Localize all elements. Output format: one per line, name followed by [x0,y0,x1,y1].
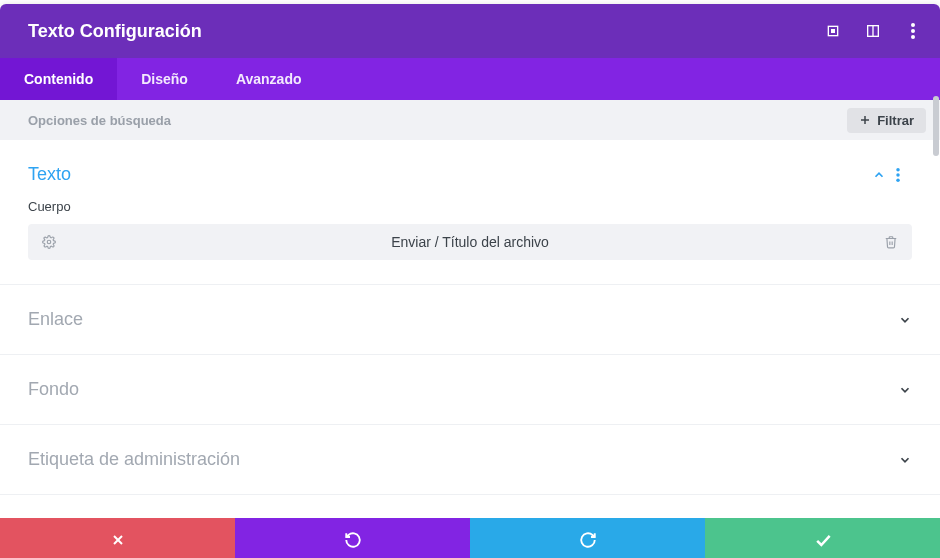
modal-header: Texto Configuración [0,4,940,58]
redo-button[interactable] [470,518,705,558]
filter-bar: Opciones de búsqueda Filtrar [0,100,940,140]
svg-point-9 [896,168,900,172]
portability-icon[interactable] [822,20,844,42]
section-title: Enlace [28,309,898,330]
svg-point-12 [47,240,51,244]
kebab-menu-icon[interactable] [902,20,924,42]
chevron-down-icon [898,313,912,327]
kebab-menu-icon[interactable] [896,168,912,182]
section-toggle[interactable] [898,313,912,327]
section-header[interactable]: Texto [28,164,912,185]
svg-point-5 [911,29,915,33]
gear-icon[interactable] [42,235,56,249]
chevron-up-icon [872,168,886,182]
filter-button-label: Filtrar [877,113,914,128]
modal-content: Texto Cuerpo Enviar / Título del archivo [0,140,940,518]
section-toggle[interactable] [898,383,912,397]
search-placeholder[interactable]: Opciones de búsqueda [28,113,847,128]
redo-icon [579,531,597,549]
filter-button[interactable]: Filtrar [847,108,926,133]
section-fondo: Fondo [0,355,940,425]
field-label-cuerpo: Cuerpo [28,199,912,214]
tab-label: Avanzado [236,71,302,87]
tab-label: Contenido [24,71,93,87]
section-title: Etiqueta de administración [28,449,898,470]
svg-point-6 [911,35,915,39]
field-value: Enviar / Título del archivo [56,234,884,250]
confirm-button[interactable] [705,518,940,558]
trash-icon[interactable] [884,235,898,249]
svg-point-4 [911,23,915,27]
close-icon [110,532,126,548]
section-header[interactable]: Enlace [28,309,912,330]
tab-diseno[interactable]: Diseño [117,58,212,100]
svg-point-11 [896,178,900,182]
section-texto: Texto Cuerpo Enviar / Título del archivo [0,140,940,285]
dynamic-content-field[interactable]: Enviar / Título del archivo [28,224,912,260]
section-title: Fondo [28,379,898,400]
tab-label: Diseño [141,71,188,87]
tabs-bar: Contenido Diseño Avanzado [0,58,940,100]
tab-contenido[interactable]: Contenido [0,58,117,100]
module-settings-modal: Texto Configuración Contenido Diseño Ava… [0,4,940,558]
section-header[interactable]: Etiqueta de administración [28,449,912,470]
svg-point-10 [896,173,900,177]
header-actions [822,20,924,42]
expand-icon[interactable] [862,20,884,42]
plus-icon [859,114,871,126]
modal-title: Texto Configuración [28,21,822,42]
svg-rect-1 [831,29,835,33]
tab-avanzado[interactable]: Avanzado [212,58,326,100]
undo-button[interactable] [235,518,470,558]
chevron-down-icon [898,383,912,397]
scrollbar-thumb[interactable] [933,96,939,156]
section-title: Texto [28,164,872,185]
section-etiqueta: Etiqueta de administración [0,425,940,495]
section-enlace: Enlace [0,285,940,355]
modal-footer [0,518,940,558]
section-header[interactable]: Fondo [28,379,912,400]
check-icon [813,530,833,550]
section-toggle[interactable] [872,168,912,182]
chevron-down-icon [898,453,912,467]
undo-icon [344,531,362,549]
section-toggle[interactable] [898,453,912,467]
cancel-button[interactable] [0,518,235,558]
